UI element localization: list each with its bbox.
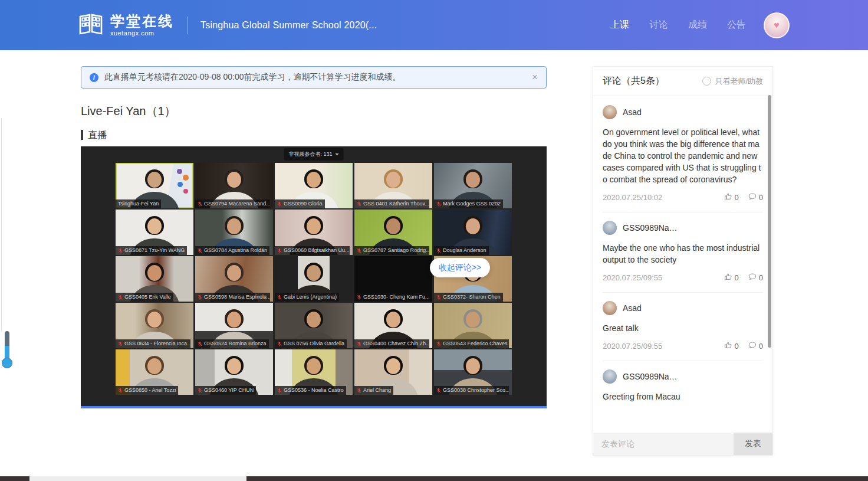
participant-name-label: GSS0787 Santiago Rodrig... xyxy=(354,246,429,255)
heart-icon: ♥ xyxy=(774,20,780,31)
person-face xyxy=(386,172,400,188)
horizontal-scrollbar-thumb[interactable] xyxy=(29,476,246,481)
participant-tile[interactable]: GSS0060 Bilgtsaikhan Uu... xyxy=(275,210,353,255)
participant-name-label: GSS0400 Chavez Chin Zh... xyxy=(354,339,429,348)
horizontal-scrollbar-track[interactable] xyxy=(0,476,868,481)
comment-meta: 2020.07.25/09:5500 xyxy=(603,341,763,351)
mic-off-icon xyxy=(436,388,441,394)
comment-input[interactable] xyxy=(593,433,734,455)
reply-button[interactable]: 0 xyxy=(748,273,763,283)
participant-tile[interactable]: GSS0598 Marisa Espínola ... xyxy=(195,256,273,302)
commenter-name: GSS0989Na… xyxy=(623,372,678,381)
player-progress-bar[interactable] xyxy=(81,406,547,408)
mic-off-icon xyxy=(118,248,123,254)
participant-name-label: GSS0598 Marisa Espínola ... xyxy=(195,293,270,302)
participant-tile[interactable]: GSS0536 - Noelia Castro xyxy=(275,349,353,395)
comment-text: Maybe the one who has the most industria… xyxy=(603,242,763,266)
participant-tile[interactable]: GSS 0634 - Florencia Inca... xyxy=(116,303,193,348)
live-video-player[interactable]: 非视频参会者: 131 Tsinghua-Fei YanGSS0794 Maca… xyxy=(81,146,547,408)
commenter-name: GSS0989Na… xyxy=(623,223,678,233)
person-face xyxy=(307,172,321,188)
thermometer-icon[interactable] xyxy=(1,331,13,368)
nav-item[interactable]: 成绩 xyxy=(688,19,707,31)
participant-tile[interactable]: GSS0787 Santiago Rodrig... xyxy=(354,210,432,255)
participant-tile[interactable]: GSS0543 Federico Chaves xyxy=(434,303,512,348)
submit-comment-button[interactable]: 发表 xyxy=(734,433,772,455)
participant-tile[interactable]: GSS0460 YIP CHUN xyxy=(195,349,273,395)
participant-tile[interactable]: Gabi Lenis (Argentina) xyxy=(275,256,353,302)
comment-text: Greeting from Macau xyxy=(603,391,763,403)
participant-name-label: Douglas Anderson xyxy=(434,246,489,255)
comments-title: 评论（共5条） xyxy=(603,75,665,87)
like-button[interactable]: 0 xyxy=(724,192,739,202)
participant-tile[interactable]: GSS 0401 Katherin Thouv... xyxy=(354,163,432,208)
chevron-down-icon xyxy=(336,153,339,156)
xuetangx-logo[interactable]: 学堂在线 xuetangx.com xyxy=(78,14,174,37)
participant-tile[interactable]: Tsinghua-Fei Yan xyxy=(116,163,193,208)
mic-off-icon xyxy=(198,201,202,207)
non-video-participants-dropdown[interactable]: 非视频参会者: 131 xyxy=(284,148,343,161)
comment-bubble-icon xyxy=(748,273,757,283)
person-face xyxy=(227,265,241,281)
mic-off-icon xyxy=(118,341,123,347)
person-face xyxy=(307,312,321,328)
close-icon[interactable]: × xyxy=(532,71,538,83)
mic-off-icon xyxy=(436,341,441,347)
mic-off-icon xyxy=(198,388,202,394)
nav-item[interactable]: 公告 xyxy=(727,19,746,31)
person-face xyxy=(147,358,162,374)
participant-tile[interactable]: Douglas Anderson xyxy=(434,210,512,255)
participant-tile[interactable]: GSS0871 Tzu-Yin WANG xyxy=(116,210,193,255)
participant-tile[interactable]: GSS0794 Macarena Sand... xyxy=(195,163,273,208)
person-face xyxy=(227,172,241,188)
like-button[interactable]: 0 xyxy=(724,273,739,283)
person-face xyxy=(147,218,162,234)
participant-tile[interactable]: GSS0524 Romina Brionza xyxy=(195,303,273,348)
commenter-name: Asad xyxy=(623,303,642,313)
page-title: Live-Fei Yan（1） xyxy=(81,103,176,119)
nav-item[interactable]: 讨论 xyxy=(649,19,668,31)
collapse-comments-button[interactable]: 收起评论>> xyxy=(430,258,490,277)
mic-off-icon xyxy=(277,295,282,300)
participant-tile[interactable]: GSS0038 Christopher Sco... xyxy=(434,349,512,395)
commenter-avatar xyxy=(603,369,617,384)
nav-item[interactable]: 上课 xyxy=(610,19,629,31)
course-title: Tsinghua Global Summer School 2020(... xyxy=(200,20,377,31)
participant-tile[interactable]: GSS1030- Cheng Kam Fu... xyxy=(354,256,432,302)
participant-name-label: GSS0784 Agustina Roldán xyxy=(195,246,269,255)
person-face xyxy=(147,265,162,281)
person-face xyxy=(466,312,480,328)
participant-name-label: Tsinghua-Fei Yan xyxy=(116,199,161,208)
reply-button[interactable]: 0 xyxy=(748,192,763,202)
mic-off-icon xyxy=(357,341,361,347)
logo-subtitle: xuetangx.com xyxy=(110,30,174,37)
top-header: 学堂在线 xuetangx.com Tsinghua Global Summer… xyxy=(0,0,868,50)
header-divider xyxy=(187,17,188,34)
person-face xyxy=(307,358,321,374)
comments-panel: 评论（共5条） 只看老师/助教 AsadOn government level … xyxy=(593,66,773,456)
mic-off-icon xyxy=(277,248,282,254)
participant-tile[interactable]: GSS0405 Erik Valle xyxy=(116,256,193,302)
mic-off-icon xyxy=(277,341,282,347)
left-edge-divider xyxy=(1,118,2,332)
participant-tile[interactable]: GSS 0756 Olivia Gardella xyxy=(275,303,353,348)
teacher-only-filter[interactable]: 只看老师/助教 xyxy=(702,76,763,87)
comment-head: GSS0989Na… xyxy=(603,221,763,235)
comments-scrollbar[interactable] xyxy=(768,95,771,348)
participant-tile[interactable]: GSS0400 Chavez Chin Zh... xyxy=(354,303,432,348)
comment-head: Asad xyxy=(603,105,763,119)
participant-tile[interactable]: Mark Godges GSS 0202 xyxy=(434,163,512,208)
person-face xyxy=(466,172,480,188)
like-button[interactable]: 0 xyxy=(724,341,739,351)
mic-off-icon xyxy=(118,388,123,394)
comments-list[interactable]: AsadOn government level or political lev… xyxy=(593,97,772,433)
participant-tile[interactable]: GSS0784 Agustina Roldán xyxy=(195,210,273,255)
participant-tile[interactable]: Ariel Chang xyxy=(354,349,432,395)
participant-tile[interactable]: GSS0850 - Ariel Tozzi xyxy=(116,349,193,395)
user-avatar[interactable]: ♥ xyxy=(764,12,790,38)
reply-button[interactable]: 0 xyxy=(748,341,763,351)
radio-circle-icon[interactable] xyxy=(702,77,711,86)
mic-off-icon xyxy=(198,341,202,347)
participant-tile[interactable]: GSS0090 Gloria xyxy=(275,163,353,208)
comment-meta: 2020.07.25/09:5500 xyxy=(603,273,763,283)
